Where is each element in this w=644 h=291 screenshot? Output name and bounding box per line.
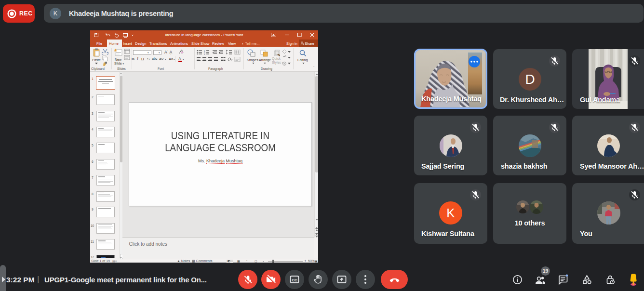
svg-text:3: 3 xyxy=(204,53,205,55)
svg-text:CC: CC xyxy=(292,278,297,282)
